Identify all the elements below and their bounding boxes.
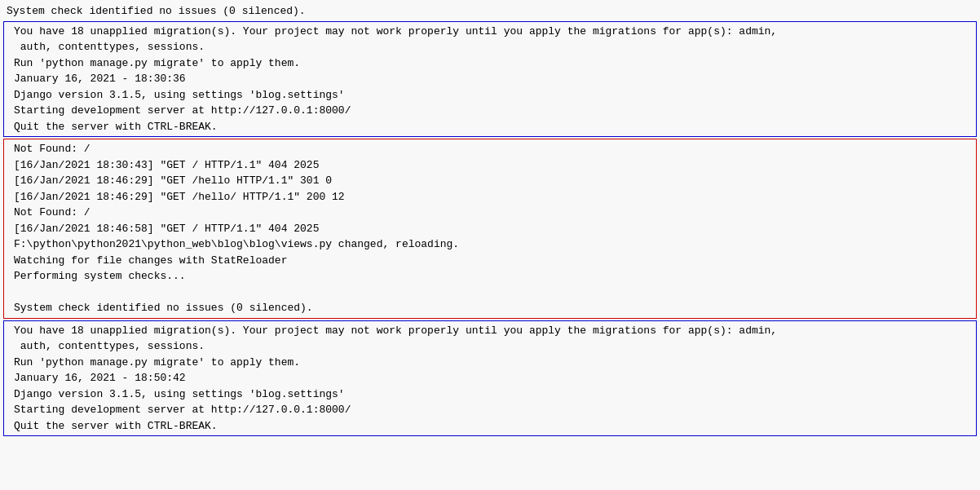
migration-warning-block-1: You have 18 unapplied migration(s). Your…: [3, 21, 977, 138]
server-start-date-1: January 16, 2021 - 18:30:36: [7, 71, 973, 87]
file-changed-notice: F:\python\python2021\python_web\blog\blo…: [7, 236, 973, 253]
request-log-block: Not Found: / [16/Jan/2021 18:30:43] "GET…: [3, 139, 977, 319]
migration-warning-line-2: auth, contenttypes, sessions.: [7, 39, 973, 55]
migration-run-hint: Run 'python manage.py migrate' to apply …: [7, 55, 973, 72]
migration-warning-block-2: You have 18 unapplied migration(s). Your…: [3, 320, 977, 437]
not-found-1: Not Found: /: [7, 141, 973, 157]
not-found-2: Not Found: /: [7, 205, 973, 221]
system-check-line-2: System check identified no issues (0 sil…: [7, 300, 973, 316]
blank-line-1: [7, 285, 973, 301]
quit-hint-1: Quit the server with CTRL-BREAK.: [7, 119, 973, 135]
request-log-3: [16/Jan/2021 18:46:29] "GET /hello/ HTTP…: [7, 189, 973, 205]
request-log-4: [16/Jan/2021 18:46:58] "GET / HTTP/1.1" …: [7, 221, 973, 237]
watching-files: Watching for file changes with StatReloa…: [7, 253, 973, 269]
server-start-date-2: January 16, 2021 - 18:50:42: [7, 370, 973, 386]
quit-hint-2: Quit the server with CTRL-BREAK.: [7, 418, 973, 435]
django-version-1: Django version 3.1.5, using settings 'bl…: [7, 87, 973, 104]
request-log-2: [16/Jan/2021 18:46:29] "GET /hello HTTP/…: [7, 173, 973, 189]
system-check-line-1: System check identified no issues (0 sil…: [0, 3, 980, 20]
terminal-output: System check identified no issues (0 sil…: [0, 0, 980, 490]
migration-run-hint-2: Run 'python manage.py migrate' to apply …: [7, 355, 973, 371]
dev-server-url-2: Starting development server at http://12…: [7, 402, 973, 418]
django-version-2: Django version 3.1.5, using settings 'bl…: [7, 386, 973, 403]
request-log-1: [16/Jan/2021 18:30:43] "GET / HTTP/1.1" …: [7, 157, 973, 174]
migration-warning-line-3: You have 18 unapplied migration(s). Your…: [7, 323, 973, 339]
migration-warning-line-1: You have 18 unapplied migration(s). Your…: [7, 24, 973, 40]
dev-server-url-1: Starting development server at http://12…: [7, 103, 973, 119]
performing-checks: Performing system checks...: [7, 268, 973, 285]
migration-warning-line-4: auth, contenttypes, sessions.: [7, 338, 973, 355]
